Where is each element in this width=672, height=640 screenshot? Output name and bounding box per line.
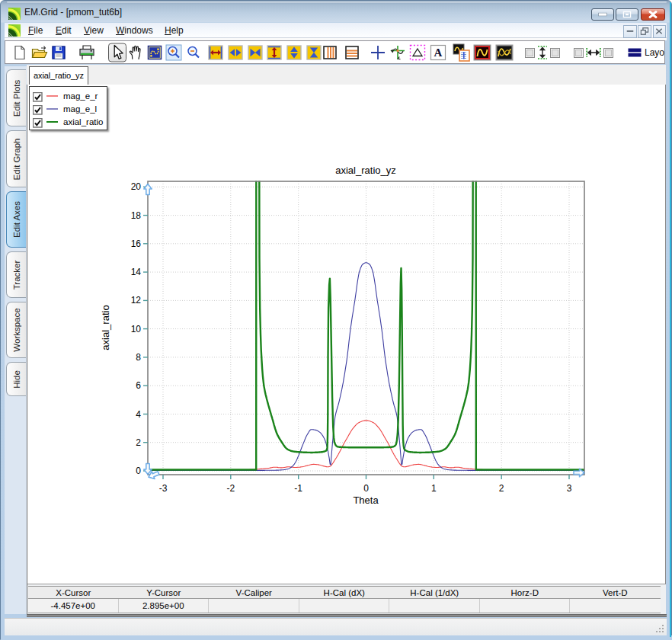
svg-text:0: 0 bbox=[363, 483, 369, 494]
svg-text:18: 18 bbox=[131, 210, 142, 221]
svg-text:-1: -1 bbox=[294, 483, 302, 494]
svg-text:8: 8 bbox=[136, 352, 141, 363]
svg-text:4: 4 bbox=[136, 409, 141, 420]
svg-text:14: 14 bbox=[131, 267, 142, 277]
svg-text:2: 2 bbox=[136, 437, 141, 448]
svg-text:1: 1 bbox=[431, 483, 437, 494]
svg-text:12: 12 bbox=[131, 295, 142, 306]
svg-text:3: 3 bbox=[567, 483, 572, 494]
svg-text:0: 0 bbox=[136, 466, 141, 476]
svg-text:2: 2 bbox=[499, 483, 504, 494]
svg-text:10: 10 bbox=[131, 324, 142, 334]
svg-text:-2: -2 bbox=[226, 483, 235, 494]
svg-text:A: A bbox=[434, 46, 443, 59]
svg-text:20: 20 bbox=[131, 181, 142, 192]
svg-text:axial_ratio_yz: axial_ratio_yz bbox=[335, 165, 396, 176]
svg-text:Theta: Theta bbox=[353, 494, 379, 506]
svg-text:16: 16 bbox=[131, 238, 142, 249]
svg-text:axial_ratio: axial_ratio bbox=[100, 305, 111, 350]
svg-text:-3: -3 bbox=[159, 483, 168, 494]
svg-text:6: 6 bbox=[136, 380, 141, 391]
